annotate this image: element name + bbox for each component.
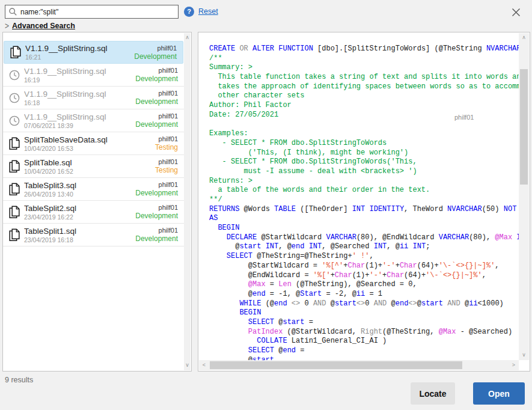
code-line: Summary: > xyxy=(209,63,519,73)
reset-link[interactable]: Reset xyxy=(198,7,218,16)
environment-badge: Testing xyxy=(155,143,178,151)
advanced-search-toggle[interactable]: > Advanced Search xyxy=(5,22,75,30)
author-label: philf01 xyxy=(135,227,178,234)
code-line: @Max = Len (@TheString), @Searched = 0, xyxy=(209,280,519,290)
search-box xyxy=(5,5,179,19)
list-item[interactable]: TableSplit1.sql23/04/2019 16:18philf01De… xyxy=(3,224,184,246)
code-line: **/ xyxy=(209,195,519,205)
author-label: philf01 xyxy=(135,112,178,120)
search-icon xyxy=(9,8,17,16)
file-timestamp: 07/06/2021 18:39 xyxy=(24,122,135,129)
code-line: other character sets xyxy=(209,91,519,101)
open-button[interactable]: Open xyxy=(473,382,525,405)
file-timestamp: 10/04/2020 16:52 xyxy=(24,168,155,175)
code-content: CREATE OR ALTER FUNCTION [dbo].[SplitStr… xyxy=(198,32,519,361)
scroll-up-icon[interactable]: ∧ xyxy=(519,33,529,43)
code-line: COLLATE Latin1_General_CI_AI ) xyxy=(209,337,519,346)
code-line: SELECT @end = xyxy=(209,346,519,356)
file-name: V1.1.9__SplitString.sql xyxy=(24,90,135,99)
document-icon xyxy=(7,183,22,196)
author-label: philf01 xyxy=(135,204,178,211)
file-timestamp: 16:18 xyxy=(24,99,135,106)
code-line: PatIndex (@StartWildcard, Right(@TheStri… xyxy=(209,328,519,337)
chevron-right-icon: > xyxy=(5,21,9,31)
scroll-up-icon[interactable]: ∧ xyxy=(184,33,191,43)
code-line: @StartWildcard = '%[^'+Char(1)+'-'+Char(… xyxy=(209,262,519,271)
author-label: philf01 xyxy=(135,67,178,74)
environment-badge: Development xyxy=(135,212,178,220)
list-item[interactable]: V1.1.9__SplitString.sql07/06/2021 18:39p… xyxy=(3,109,184,132)
list-scrollbar[interactable]: ∧ ∨ xyxy=(184,33,191,370)
file-timestamp: 26/04/2019 13:40 xyxy=(24,191,135,198)
help-icon[interactable]: ? xyxy=(184,7,194,17)
code-vertical-scrollbar[interactable]: ∧ ∨ xyxy=(519,33,529,360)
code-line: /** xyxy=(209,54,519,64)
scroll-right-icon[interactable]: > xyxy=(509,360,519,370)
list-item[interactable]: TableSplit2.sql23/04/2019 16:22philf01De… xyxy=(3,201,184,224)
locate-button[interactable]: Locate xyxy=(411,382,455,405)
vertical-scroll-thumb[interactable] xyxy=(520,69,528,185)
code-line: @end = -1, @Start = -2, @ii = 1 xyxy=(209,290,519,299)
file-name: V1.1.9__SplitString.sql xyxy=(25,44,134,53)
list-item[interactable]: V1.1.9__SplitString.sql16:19philf01Devel… xyxy=(3,64,184,87)
search-input[interactable] xyxy=(20,8,174,16)
history-icon xyxy=(7,93,22,103)
code-line: DECLARE @StartWildcard VARCHAR(80), @End… xyxy=(209,233,519,243)
code-line: BEGIN xyxy=(209,308,519,318)
advanced-search-label: Advanced Search xyxy=(12,22,75,30)
code-line: - SELECT * FROM dbo.SplitStringToWords('… xyxy=(209,158,519,167)
document-icon xyxy=(8,46,23,59)
list-item[interactable]: V1.1.9__SplitString.sql16:18philf01Devel… xyxy=(3,87,184,109)
list-item[interactable]: TableSplit3.sql26/04/2019 13:40philf01De… xyxy=(3,178,184,201)
list-item[interactable]: V1.1.9__SplitString.sql16:21philf01Devel… xyxy=(4,41,183,64)
environment-badge: Development xyxy=(135,120,178,129)
author-label: philf01 xyxy=(135,90,178,97)
code-line: This table function takes a string of te… xyxy=(209,73,519,82)
code-line: Returns: > xyxy=(209,177,519,186)
list-item[interactable]: SplitTable.sql10/04/2020 16:52philf01Tes… xyxy=(3,155,184,178)
file-name: V1.1.9__SplitString.sql xyxy=(24,67,135,76)
code-line: Examples: xyxy=(209,129,519,139)
file-timestamp: 10/04/2020 16:53 xyxy=(24,145,155,152)
author-label: philf01 xyxy=(155,135,178,142)
close-icon xyxy=(512,8,521,17)
author-watermark: philf01 xyxy=(454,114,474,121)
code-line: - SELECT * FROM dbo.SplitStringToWords xyxy=(209,139,519,148)
horizontal-scroll-thumb[interactable] xyxy=(210,361,462,369)
scroll-down-icon[interactable]: ∨ xyxy=(519,350,529,360)
file-name: V1.1.9__SplitString.sql xyxy=(24,112,135,121)
author-label: philf01 xyxy=(135,181,178,188)
code-preview-panel: CREATE OR ALTER FUNCTION [dbo].[SplitStr… xyxy=(198,32,530,372)
environment-badge: Development xyxy=(135,189,178,197)
file-timestamp: 23/04/2019 16:18 xyxy=(24,236,135,243)
list-item[interactable]: SplitTableSaveData.sql10/04/2020 16:53ph… xyxy=(3,132,184,155)
document-icon xyxy=(7,228,22,242)
code-line: SELECT @TheString=@TheString+' !', xyxy=(209,252,519,262)
close-button[interactable] xyxy=(508,4,524,20)
results-count: 9 results xyxy=(5,376,33,384)
code-line: @start INT, @end INT, @Searched INT, @ii… xyxy=(209,242,519,252)
file-name: SplitTableSaveData.sql xyxy=(24,135,155,144)
code-line: takes the approach of identifying spaces… xyxy=(209,82,519,92)
code-line: RETURNS @Words TABLE ([TheOrder] INT IDE… xyxy=(209,205,519,215)
code-horizontal-scrollbar[interactable]: < > xyxy=(199,360,519,370)
author-label: philf01 xyxy=(134,44,177,52)
code-line: must -I assume - deal with <brackets> ') xyxy=(209,167,519,177)
results-list: V1.1.9__SplitString.sql16:21philf01Devel… xyxy=(3,32,184,371)
file-name: SplitTable.sql xyxy=(24,158,155,167)
code-line: WHILE (@end <> 0 AND @start<>0 AND @end<… xyxy=(209,299,519,309)
code-line: AS xyxy=(209,214,519,224)
environment-badge: Development xyxy=(134,52,177,61)
code-line: Author: Phil Factor xyxy=(209,101,519,111)
file-name: TableSplit2.sql xyxy=(24,204,135,213)
file-timestamp: 16:21 xyxy=(25,54,134,61)
environment-badge: Testing xyxy=(155,166,178,174)
document-icon xyxy=(7,137,22,150)
code-line: @EndWildcard = '%['+Char(1)+'-'+Char(64)… xyxy=(209,271,519,281)
code-line: SELECT @start = xyxy=(209,318,519,328)
environment-badge: Development xyxy=(135,75,178,83)
author-label: philf01 xyxy=(155,158,178,165)
scroll-down-icon[interactable]: ∨ xyxy=(184,361,191,370)
scroll-left-icon[interactable]: < xyxy=(199,360,209,370)
file-name: TableSplit1.sql xyxy=(24,227,135,236)
